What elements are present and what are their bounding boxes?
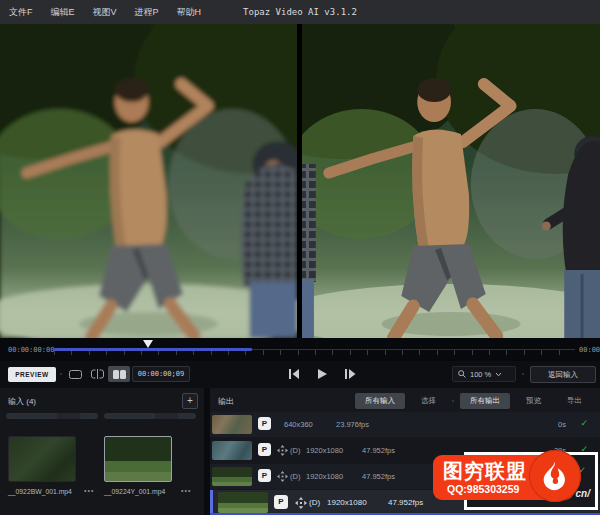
preview-badge: P <box>258 469 271 482</box>
output-fps: 47.952fps <box>362 472 395 481</box>
output-preview-frame <box>302 24 600 338</box>
watermark-title: 图穷联盟 <box>443 458 527 485</box>
magnifier-icon <box>458 370 466 378</box>
view-mode-single-button[interactable] <box>64 366 86 382</box>
timeline: 00:00:00:00 00:00: <box>0 338 600 361</box>
zoom-level-value: 100 % <box>470 370 491 379</box>
step-back-icon <box>289 369 300 379</box>
step-forward-icon <box>345 369 356 379</box>
output-preview[interactable] <box>302 24 600 338</box>
output-row-thumbnail <box>212 415 252 434</box>
output-scale-label: (D) <box>290 446 300 455</box>
input-filename-2: __09224Y_001.mp4 <box>104 488 165 495</box>
input-preview-frame <box>0 24 297 338</box>
input-thumbnail-2[interactable] <box>104 436 172 482</box>
output-fps: 23.976fps <box>336 420 369 429</box>
play-button[interactable] <box>311 366 333 382</box>
output-row-thumbnail <box>212 441 252 460</box>
output-scale-label: (D) <box>309 498 320 507</box>
timeline-progress-bar <box>54 348 252 351</box>
upscale-icon <box>295 497 307 509</box>
preview-badge: P <box>258 417 271 430</box>
preview-button[interactable]: PREVIEW <box>8 367 56 382</box>
timeline-playhead[interactable] <box>143 340 153 348</box>
single-view-icon <box>69 370 82 379</box>
selected-row-indicator <box>210 490 213 515</box>
output-resolution: 1920x1080 <box>327 498 367 507</box>
output-fps: 47.952fps <box>362 446 395 455</box>
menu-file[interactable]: 文件F <box>0 6 42 19</box>
tab-export[interactable]: 导出 <box>557 393 592 409</box>
side-by-side-view-icon <box>113 370 126 379</box>
output-resolution: 640x360 <box>284 420 313 429</box>
output-filter-tabs: 所有输入 选择 所有输出 预览 导出 <box>350 392 592 409</box>
done-check-icon: ✓ <box>580 418 588 428</box>
watermark-qq-number: QQ:985303259 <box>447 483 519 495</box>
transport-bar: PREVIEW 00:00:00;09 <box>0 361 600 388</box>
input-item-menu-2[interactable]: ••• <box>181 487 191 494</box>
menu-edit[interactable]: 编辑E <box>42 6 84 19</box>
partial-input-item[interactable] <box>104 413 196 419</box>
menu-bar: 文件F 编辑E 视图V 进程P 帮助H Topaz Video AI v3.1.… <box>0 0 600 24</box>
separator-dot <box>60 373 62 375</box>
view-mode-split-button[interactable] <box>86 366 108 382</box>
tab-preview[interactable]: 预览 <box>516 393 551 409</box>
split-view-icon <box>91 369 104 379</box>
output-scale-label: (D) <box>290 472 300 481</box>
output-resolution: 1920x1080 <box>306 446 343 455</box>
output-fps: 47.952fps <box>388 498 423 507</box>
tab-select[interactable]: 选择 <box>411 393 446 409</box>
output-row-thumbnail <box>218 492 268 513</box>
input-preview[interactable] <box>0 24 297 338</box>
input-filename-1: __0922BW_001.mp4 <box>8 488 72 495</box>
step-forward-button[interactable] <box>339 366 361 382</box>
flame-logo <box>529 450 581 502</box>
current-timecode-display[interactable]: 00:00:00;09 <box>132 366 190 382</box>
separator-dot <box>452 400 454 402</box>
menu-view[interactable]: 视图V <box>84 6 126 19</box>
tab-all-inputs[interactable]: 所有输入 <box>355 393 405 409</box>
play-icon <box>318 369 327 379</box>
output-panel-title: 输出 <box>218 396 234 407</box>
chevron-down-icon <box>495 372 502 377</box>
menu-help[interactable]: 帮助H <box>168 6 211 19</box>
input-panel-title: 输入 (4) <box>8 396 36 407</box>
partial-input-item[interactable] <box>6 413 98 419</box>
preview-badge: P <box>258 443 271 456</box>
timeline-start-timecode: 00:00:00:00 <box>8 346 54 354</box>
output-row-thumbnail <box>212 467 252 486</box>
step-back-button[interactable] <box>283 366 305 382</box>
tab-all-outputs[interactable]: 所有输出 <box>460 393 510 409</box>
separator-dot <box>522 373 524 375</box>
video-comparison-viewer <box>0 24 600 338</box>
input-panel: 输入 (4) + __0922BW_001.mp4 ••• __09224Y_0… <box>0 388 204 515</box>
timeline-end-timecode: 00:00: <box>579 346 600 354</box>
input-item-menu-1[interactable]: ••• <box>84 487 94 494</box>
timeline-ruler[interactable] <box>54 349 575 357</box>
watermark-banner: 图穷联盟 QQ:985303259 <box>433 455 574 500</box>
output-row-1[interactable]: P 640x360 23.976fps 0s ✓ <box>210 412 600 437</box>
upscale-icon <box>277 471 288 482</box>
zoom-level-control[interactable]: 100 % <box>452 366 516 382</box>
output-duration: 0s <box>558 420 566 429</box>
watermark-url-fragment: cn/ <box>576 488 590 499</box>
input-thumbnail-1[interactable] <box>8 436 76 482</box>
return-to-input-button[interactable]: 返回输入 <box>530 366 596 383</box>
menu-process[interactable]: 进程P <box>126 6 168 19</box>
topaz-video-ai-window: 文件F 编辑E 视图V 进程P 帮助H Topaz Video AI v3.1.… <box>0 0 600 515</box>
add-input-button[interactable]: + <box>182 393 198 409</box>
preview-badge: P <box>274 495 288 509</box>
separator-dot <box>126 373 128 375</box>
output-resolution: 1920x1080 <box>306 472 343 481</box>
upscale-icon <box>277 445 288 456</box>
flame-icon <box>538 459 572 493</box>
